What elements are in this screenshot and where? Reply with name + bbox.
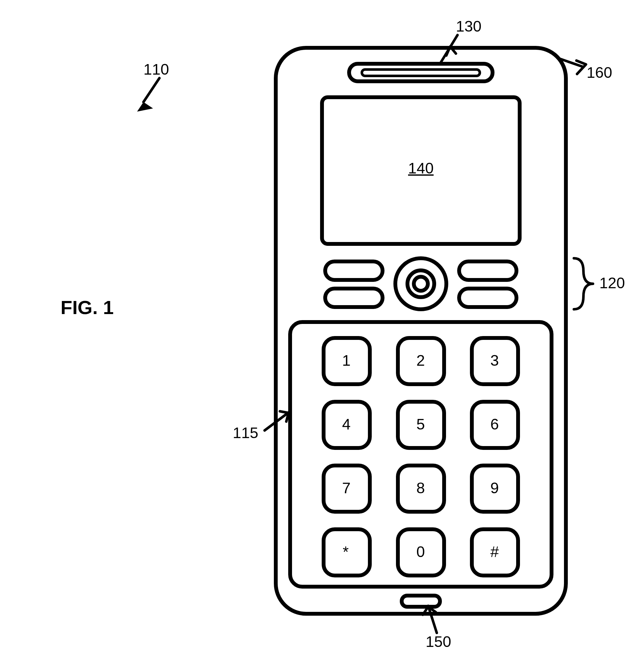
key-label-9: 9 [490, 479, 499, 497]
soft-key-r1[interactable] [459, 261, 516, 280]
patent-figure: .s{stroke:#000;fill:none;stroke-width:12… [0, 0, 644, 660]
soft-key-r2[interactable] [459, 289, 516, 307]
key-label-7: 7 [342, 479, 351, 497]
key-label-3: 3 [490, 352, 499, 369]
dpad-mid[interactable] [408, 270, 434, 297]
dpad-inner[interactable] [414, 277, 428, 291]
key-label-star: * [343, 543, 349, 561]
key-label-2: 2 [416, 352, 425, 369]
key-label-1: 1 [342, 352, 351, 369]
soft-key-l2[interactable] [325, 289, 383, 307]
figure-label: FIG. 1 [61, 297, 114, 319]
callout-110: 110 [143, 61, 169, 78]
key-label-5: 5 [416, 415, 425, 433]
microphone [402, 596, 440, 607]
callout-115: 115 [233, 424, 258, 441]
key-label-4: 4 [342, 415, 351, 433]
dpad-outer[interactable] [395, 258, 446, 309]
key-label-8: 8 [416, 479, 425, 497]
callout-150: 150 [426, 633, 451, 651]
callout-160: 160 [586, 64, 612, 81]
callout-120: 120 [599, 274, 625, 292]
speaker-slot [362, 69, 480, 76]
callout-130: 130 [456, 18, 481, 35]
key-label-0: 0 [416, 543, 425, 561]
speaker [349, 64, 492, 81]
svg-marker-0 [137, 102, 153, 112]
soft-key-l1[interactable] [325, 261, 383, 280]
key-label-hash: # [490, 543, 499, 561]
key-label-6: 6 [490, 415, 499, 433]
callout-140: 140 [408, 159, 434, 177]
